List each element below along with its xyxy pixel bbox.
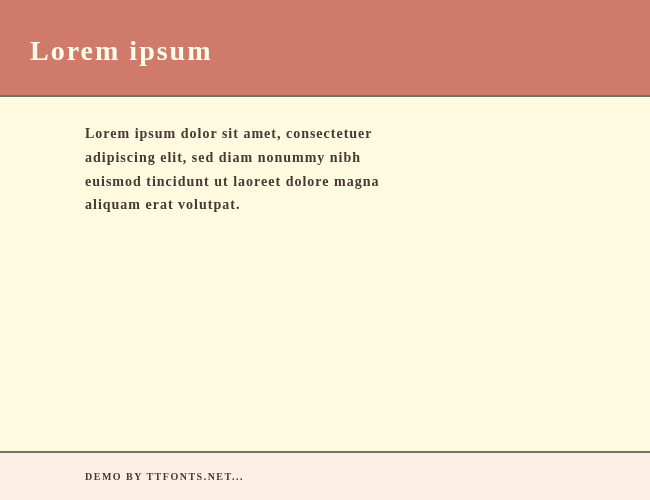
footer-section: DEMO BY TTFONTS.NET...	[0, 453, 650, 500]
page-title: Lorem ipsum	[30, 35, 620, 67]
content-section: Lorem ipsum dolor sit amet, consectetuer…	[0, 97, 650, 453]
body-paragraph: Lorem ipsum dolor sit amet, consectetuer…	[85, 122, 405, 217]
footer-credit: DEMO BY TTFONTS.NET...	[85, 471, 620, 482]
header-section: Lorem ipsum	[0, 0, 650, 97]
